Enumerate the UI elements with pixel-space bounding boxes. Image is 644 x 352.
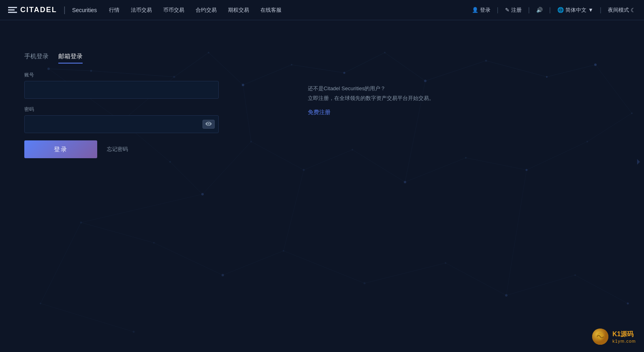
svg-point-23 <box>80 222 82 224</box>
watermark: K1源码 k1ym.com <box>591 328 636 346</box>
promo-line1: 还不是Citadel Securities的用户？ <box>308 85 434 92</box>
svg-point-17 <box>303 169 305 171</box>
nav-register-item[interactable]: ✎ 注册 <box>505 6 522 14</box>
nav-language-item[interactable]: 🌐 简体中文 ▼ <box>557 6 593 14</box>
svg-line-69 <box>284 170 304 251</box>
main-content: 手机登录 邮箱登录 账号 密码 登录 忘记密码 <box>0 20 644 158</box>
register-free-link[interactable]: 免费注册 <box>308 109 331 115</box>
account-label: 账号 <box>24 72 227 78</box>
svg-point-14 <box>169 161 171 163</box>
globe-icon: 🌐 <box>557 7 564 13</box>
svg-line-52 <box>405 158 466 182</box>
svg-line-68 <box>81 194 203 223</box>
toggle-password-button[interactable] <box>203 120 215 129</box>
svg-point-33 <box>133 331 135 333</box>
svg-line-72 <box>41 223 81 303</box>
brand-sub: Securities <box>72 7 97 13</box>
login-form-area: 手机登录 邮箱登录 账号 密码 登录 忘记密码 <box>24 53 227 158</box>
svg-point-21 <box>526 169 528 171</box>
separator-2: | <box>528 6 530 14</box>
svg-point-26 <box>283 250 284 252</box>
separator-3: | <box>549 6 551 14</box>
account-input[interactable] <box>24 81 219 99</box>
tab-email[interactable]: 邮箱登录 <box>58 53 83 64</box>
brand-name: CITADEL <box>20 6 57 14</box>
svg-line-61 <box>154 243 223 275</box>
nav-login-label: 登录 <box>480 6 490 14</box>
svg-line-70 <box>506 170 527 295</box>
nav-login-item[interactable]: 👤 登录 <box>472 6 490 14</box>
watermark-brand: K1源码 <box>612 330 636 339</box>
watermark-text: K1源码 k1ym.com <box>612 330 636 344</box>
nav-crypto[interactable]: 币币交易 <box>163 6 184 14</box>
password-wrapper <box>24 115 219 133</box>
svg-line-62 <box>223 251 284 275</box>
nav-register-label: 注册 <box>511 6 522 14</box>
nav-nightmode-item[interactable]: 夜间模式 ☾ <box>608 6 636 14</box>
svg-point-30 <box>574 274 576 276</box>
svg-point-25 <box>222 274 224 276</box>
nav-language-label: 简体中文 <box>565 6 586 14</box>
login-button[interactable]: 登录 <box>24 140 97 158</box>
svg-point-15 <box>201 193 204 195</box>
separator-1: | <box>497 6 499 14</box>
nav-contract[interactable]: 合约交易 <box>196 6 217 14</box>
svg-point-28 <box>445 262 446 264</box>
nav-sound-item[interactable]: 🔊 <box>536 7 543 13</box>
svg-point-27 <box>364 282 366 284</box>
svg-line-65 <box>446 263 506 295</box>
nav-links: 行情 法币交易 币币交易 合约交易 期权交易 在线客服 <box>109 6 471 14</box>
password-label: 密码 <box>24 106 227 113</box>
svg-line-67 <box>575 275 628 303</box>
chevron-down-icon: ▼ <box>588 7 593 13</box>
nav-market[interactable]: 行情 <box>109 6 119 14</box>
svg-line-64 <box>365 263 446 283</box>
nav-fiat[interactable]: 法币交易 <box>131 6 152 14</box>
svg-line-63 <box>284 251 365 283</box>
logo-icon <box>8 7 17 13</box>
nav-options[interactable]: 期权交易 <box>228 6 249 14</box>
account-group: 账号 <box>24 72 227 99</box>
watermark-site: k1ym.com <box>612 339 636 344</box>
password-group: 密码 <box>24 106 227 133</box>
edit-icon: ✎ <box>505 7 510 13</box>
watermark-logo <box>591 328 609 346</box>
moon-icon: ☾ <box>631 7 636 13</box>
nav-support[interactable]: 在线客服 <box>260 6 281 14</box>
svg-line-53 <box>466 158 527 170</box>
separator-4: | <box>600 6 601 14</box>
tab-phone[interactable]: 手机登录 <box>24 53 49 64</box>
user-icon: 👤 <box>472 7 478 13</box>
promo-area: 还不是Citadel Securities的用户？ 立即注册，在全球领先的数字资… <box>308 53 434 116</box>
brand-divider: | <box>64 5 66 15</box>
svg-point-31 <box>627 303 629 305</box>
svg-marker-73 <box>637 159 640 165</box>
login-tabs: 手机登录 邮箱登录 <box>24 53 227 64</box>
password-input[interactable] <box>24 115 219 133</box>
sound-icon: 🔊 <box>536 7 543 13</box>
svg-point-32 <box>40 303 41 304</box>
navbar: CITADEL | Securities 行情 法币交易 币币交易 合约交易 期… <box>0 0 644 20</box>
svg-line-71 <box>41 303 134 332</box>
svg-point-19 <box>404 181 406 183</box>
form-actions: 登录 忘记密码 <box>24 140 227 158</box>
svg-line-66 <box>506 275 575 295</box>
svg-point-24 <box>153 242 155 244</box>
logo-area: CITADEL | Securities <box>8 5 97 15</box>
promo-line2: 立即注册，在全球领先的数字资产交易平台开始交易。 <box>308 95 434 102</box>
nav-nightmode-label: 夜间模式 <box>608 6 629 14</box>
forgot-password-link[interactable]: 忘记密码 <box>107 146 128 153</box>
svg-point-29 <box>505 294 508 297</box>
svg-line-47 <box>170 162 203 194</box>
nav-right: 👤 登录 | ✎ 注册 | 🔊 | 🌐 简体中文 ▼ | 夜间模式 ☾ <box>472 6 636 14</box>
eye-icon <box>205 122 212 126</box>
svg-line-60 <box>81 223 154 243</box>
